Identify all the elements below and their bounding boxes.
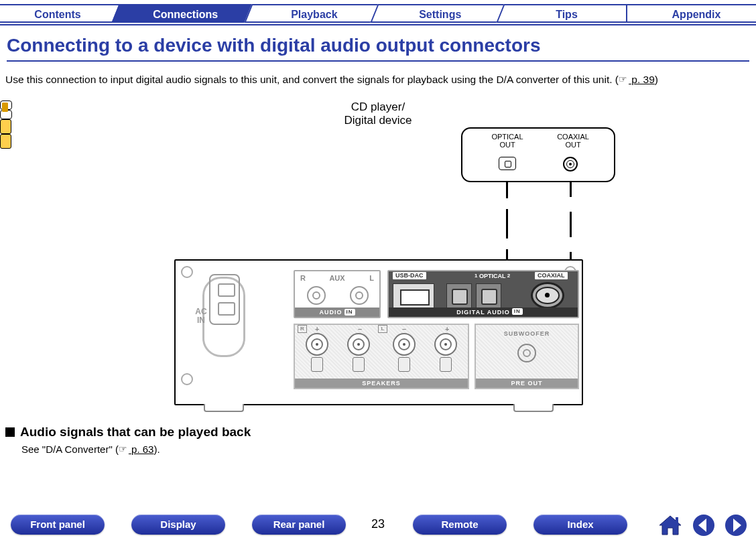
aux-l-label: L [369,274,374,282]
page-link-63[interactable]: p. 63 [129,444,154,455]
square-bullet-icon [5,427,15,437]
plus-label: + [315,325,319,333]
coaxial-out-label: COAXIALOUT [543,133,603,149]
pointer-icon: ☞ [619,74,627,84]
nav-display[interactable]: Display [131,515,225,535]
optical-cable [506,209,508,239]
tab-playback[interactable]: Playback [244,4,385,23]
intro-part-a: Use this connection to input digital aud… [5,74,619,85]
svg-rect-0 [676,517,678,523]
tab-label: Connections [153,5,218,24]
tab-settings[interactable]: Settings [370,4,511,23]
binding-post-icon [343,333,375,375]
bottom-nav: Front panel Display Rear panel 23 Remote… [0,515,756,539]
tab-label: Playback [291,5,337,24]
ac-in-label: ACIN [181,308,221,325]
minus-label: – [358,325,362,333]
tab-label: Tips [556,5,578,24]
coaxial-out-port-icon [563,157,578,172]
screw-icon [181,266,193,278]
subwoofer-panel: SUBWOOFER PRE OUT [475,324,579,389]
tab-tips[interactable]: Tips [496,4,637,23]
intro-text: Use this connection to input digital aud… [5,74,751,86]
optical-out-port-icon [499,157,516,170]
audio-in-bar: AUDIOIN [295,308,379,317]
aux-label: AUX [329,274,344,282]
minus-label: – [402,325,406,333]
speaker-l-label: L [378,325,387,333]
pre-out-bar: PRE OUT [476,379,578,388]
device-label-line2: Digital device [344,114,412,127]
screw-icon [181,373,193,385]
coaxial-label: COAXIAL [535,272,568,279]
rca-jack-icon [350,286,369,305]
nav-rear-panel[interactable]: Rear panel [252,515,346,535]
binding-post-icon [302,333,334,375]
binding-post-icon [430,333,462,375]
top-tabs: Contents Connections Playback Settings T… [0,4,756,24]
usb-port-icon [393,283,434,309]
foot-icon [204,404,244,412]
coaxial-plug-icon [0,134,11,149]
tab-appendix[interactable]: Appendix [626,4,756,23]
tab-contents[interactable]: Contents [0,4,125,23]
tab-label: Settings [420,5,462,24]
digital-audio-in-bar: DIGITAL AUDIOIN [389,308,578,317]
speakers-bar: SPEAKERS [295,379,468,388]
plus-label: + [445,325,449,333]
coaxial-in-icon [531,282,564,309]
home-icon[interactable] [657,513,684,537]
page-number: 23 [365,517,391,531]
foot-icon [513,404,554,412]
connection-diagram: CD player/ Digital device OPTICALOUT COA… [0,100,756,419]
pointer-icon: ☞ [119,444,127,454]
source-device-label: CD player/ Digital device [0,100,756,127]
topbar-divider [0,24,756,25]
usb-dac-label: USB-DAC [393,272,426,279]
amplifier-rear-panel: ACIN R AUX L AUDIOIN USB-DAC 1 OPTICAL 2… [174,259,583,405]
aux-r-label: R [300,274,306,282]
tab-connections[interactable]: Connections [111,4,259,23]
coaxial-cable [570,182,572,197]
prev-page-icon[interactable] [690,513,717,537]
optical-in-1-icon [446,283,472,309]
coaxial-cable [570,212,572,237]
optical-label: 1 OPTICAL 2 [475,273,510,281]
nav-remote[interactable]: Remote [413,515,507,535]
nav-front-panel[interactable]: Front panel [11,515,105,535]
speaker-r-label: R [298,325,307,333]
device-label-line1: CD player/ [351,100,405,113]
rca-jack-icon [517,344,536,362]
optical-cable [506,182,508,198]
rca-jack-icon [307,286,326,305]
digital-audio-panel: USB-DAC 1 OPTICAL 2 COAXIAL ⎓⟜ DIGITAL A… [387,270,579,318]
binding-post-icon [389,333,421,375]
tab-label: Appendix [672,5,721,24]
subsection-heading: Audio signals that can be played back [5,425,251,439]
optical-in-2-icon [476,283,501,309]
aux-header: R AUX L [295,274,379,282]
source-device-box: OPTICALOUT COAXIALOUT [461,127,615,182]
tab-label: Contents [34,5,80,24]
subsection-text: See "D/A Converter" (☞ p. 63). [21,444,160,455]
intro-part-b: ) [655,74,658,85]
page-title: Connecting to a device with digital audi… [7,35,749,62]
nav-index[interactable]: Index [533,515,627,535]
page-link-39[interactable]: p. 39 [629,74,655,85]
optical-out-label: OPTICALOUT [477,133,538,149]
next-page-icon[interactable] [722,513,749,537]
speakers-panel: R + – L – + SPEAKERS [294,324,469,389]
subwoofer-label: SUBWOOFER [476,330,578,337]
aux-audio-panel: R AUX L AUDIOIN [294,270,381,318]
